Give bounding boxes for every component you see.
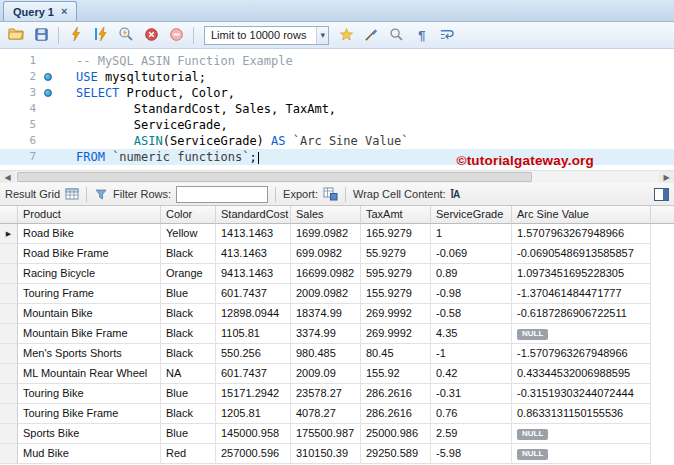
column-header[interactable]: Color — [161, 206, 216, 224]
table-cell[interactable]: NULL — [512, 324, 651, 344]
table-cell[interactable]: 25000.986 — [361, 424, 431, 444]
table-cell[interactable]: Red — [161, 444, 216, 464]
table-cell[interactable]: 175500.987 — [291, 424, 361, 444]
table-row[interactable]: Road Bike FrameBlack413.1463699.098255.9… — [0, 244, 674, 264]
table-cell[interactable]: -5.98 — [431, 444, 512, 464]
editor-line[interactable]: 5 ServiceGrade, — [0, 117, 674, 133]
row-selector[interactable] — [0, 344, 18, 364]
table-cell[interactable]: 601.7437 — [216, 364, 291, 384]
editor-line[interactable]: 3SELECT Product, Color, — [0, 85, 674, 101]
table-cell[interactable]: 55.9279 — [361, 244, 431, 264]
row-selector[interactable] — [0, 304, 18, 324]
table-row[interactable]: Mud BikeRed257000.596310150.3929250.589-… — [0, 444, 674, 464]
table-cell[interactable]: 0.89 — [431, 264, 512, 284]
column-header[interactable]: Arc Sine Value — [512, 206, 651, 224]
row-selector[interactable] — [0, 244, 18, 264]
table-cell[interactable]: 2009.0982 — [291, 284, 361, 304]
table-cell[interactable]: NULL — [512, 444, 651, 464]
table-cell[interactable]: 1699.0982 — [291, 224, 361, 244]
table-cell[interactable]: -0.6187286906722511 — [512, 304, 651, 324]
table-cell[interactable]: 0.8633131150155536 — [512, 404, 651, 424]
row-selector[interactable] — [0, 404, 18, 424]
limit-rows-dropdown[interactable]: Limit to 10000 rows ▾ — [204, 26, 329, 45]
table-cell[interactable]: NA — [161, 364, 216, 384]
scrollbar-thumb[interactable] — [17, 172, 532, 182]
table-cell[interactable]: Blue — [161, 424, 216, 444]
table-cell[interactable]: 23578.27 — [291, 384, 361, 404]
table-cell[interactable]: 310150.39 — [291, 444, 361, 464]
scroll-right-arrow[interactable]: ▶ — [659, 171, 674, 183]
table-cell[interactable]: Black — [161, 404, 216, 424]
row-selector[interactable] — [0, 424, 18, 444]
table-cell[interactable]: Blue — [161, 384, 216, 404]
editor-line[interactable]: 2USE mysqltutorial; — [0, 69, 674, 85]
table-cell[interactable]: 699.0982 — [291, 244, 361, 264]
column-header[interactable]: Sales — [291, 206, 361, 224]
table-cell[interactable]: Mountain Bike — [18, 304, 161, 324]
table-cell[interactable]: 145000.958 — [216, 424, 291, 444]
table-cell[interactable]: 12898.0944 — [216, 304, 291, 324]
table-cell[interactable]: Touring Bike — [18, 384, 161, 404]
table-cell[interactable]: 286.2616 — [361, 384, 431, 404]
table-cell[interactable]: Black — [161, 324, 216, 344]
table-cell[interactable]: 2.59 — [431, 424, 512, 444]
table-cell[interactable]: -0.98 — [431, 284, 512, 304]
table-cell[interactable]: 269.9992 — [361, 304, 431, 324]
table-cell[interactable]: 1413.1463 — [216, 224, 291, 244]
row-selector[interactable]: ▶ — [0, 224, 18, 244]
table-row[interactable]: Men's Sports ShortsBlack550.256980.48580… — [0, 344, 674, 364]
column-header[interactable]: ServiceGrade — [431, 206, 512, 224]
table-cell[interactable]: Blue — [161, 284, 216, 304]
table-cell[interactable]: 595.9279 — [361, 264, 431, 284]
toggle-stop-on-error-button[interactable] — [165, 25, 187, 46]
save-script-button[interactable] — [30, 25, 52, 46]
find-button[interactable] — [386, 25, 408, 46]
execute-statement-button[interactable] — [90, 25, 112, 46]
table-cell[interactable]: 286.2616 — [361, 404, 431, 424]
table-cell[interactable]: Men's Sports Shorts — [18, 344, 161, 364]
editor-horizontal-scrollbar[interactable]: ◀ ▶ — [0, 170, 674, 183]
explain-plan-button[interactable] — [115, 25, 137, 46]
table-cell[interactable]: -0.31 — [431, 384, 512, 404]
table-cell[interactable]: -1 — [431, 344, 512, 364]
row-selector[interactable] — [0, 284, 18, 304]
column-header[interactable]: StandardCost — [216, 206, 291, 224]
column-header[interactable]: TaxAmt — [361, 206, 431, 224]
table-cell[interactable]: 1 — [431, 224, 512, 244]
table-cell[interactable]: 550.256 — [216, 344, 291, 364]
wrap-cell-toggle[interactable]: ĪA — [451, 189, 460, 200]
export-icon[interactable] — [323, 187, 338, 201]
table-cell[interactable]: Mountain Bike Frame — [18, 324, 161, 344]
table-row[interactable]: Touring FrameBlue601.74372009.0982155.92… — [0, 284, 674, 304]
table-cell[interactable]: 1105.81 — [216, 324, 291, 344]
table-cell[interactable]: 0.76 — [431, 404, 512, 424]
table-row[interactable]: Touring BikeBlue15171.294223578.27286.26… — [0, 384, 674, 404]
table-cell[interactable]: -0.58 — [431, 304, 512, 324]
table-cell[interactable]: NULL — [512, 424, 651, 444]
table-cell[interactable]: 413.1463 — [216, 244, 291, 264]
column-header[interactable]: Product — [18, 206, 161, 224]
table-cell[interactable]: -0.069 — [431, 244, 512, 264]
editor-line[interactable]: 4 StandardCost, Sales, TaxAmt, — [0, 101, 674, 117]
table-cell[interactable]: 29250.589 — [361, 444, 431, 464]
save-snippet-button[interactable] — [336, 25, 358, 46]
table-cell[interactable]: Black — [161, 344, 216, 364]
wrap-text-button[interactable] — [436, 25, 458, 46]
table-cell[interactable]: 15171.2942 — [216, 384, 291, 404]
tab-close-icon[interactable]: × — [61, 6, 67, 17]
open-script-button[interactable] — [5, 25, 27, 46]
show-invisible-chars-button[interactable]: ¶ — [411, 25, 433, 46]
table-cell[interactable]: 155.9279 — [361, 284, 431, 304]
collapse-panel-icon[interactable] — [654, 188, 669, 201]
table-cell[interactable]: Sports Bike — [18, 424, 161, 444]
execute-script-button[interactable] — [65, 25, 87, 46]
table-cell[interactable]: -0.06905486913585857 — [512, 244, 651, 264]
scroll-left-arrow[interactable]: ◀ — [0, 171, 15, 183]
row-selector[interactable] — [0, 444, 18, 464]
stop-query-button[interactable] — [140, 25, 162, 46]
table-cell[interactable]: Black — [161, 244, 216, 264]
tab-query-1[interactable]: Query 1 × — [3, 1, 77, 21]
table-cell[interactable]: Touring Bike Frame — [18, 404, 161, 424]
table-cell[interactable]: Black — [161, 304, 216, 324]
filter-rows-input[interactable] — [176, 186, 268, 203]
